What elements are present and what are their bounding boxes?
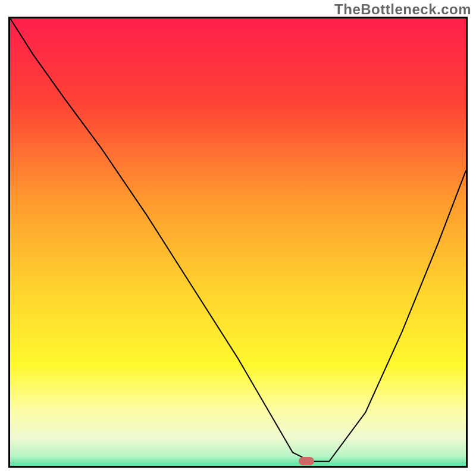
optimal-marker: [299, 457, 314, 465]
chart-frame: TheBottleneck.com: [0, 0, 476, 476]
watermark-text: TheBottleneck.com: [334, 1, 471, 18]
curve-layer: [10, 18, 466, 466]
bottleneck-curve: [10, 18, 466, 461]
plot-area: [8, 17, 468, 468]
